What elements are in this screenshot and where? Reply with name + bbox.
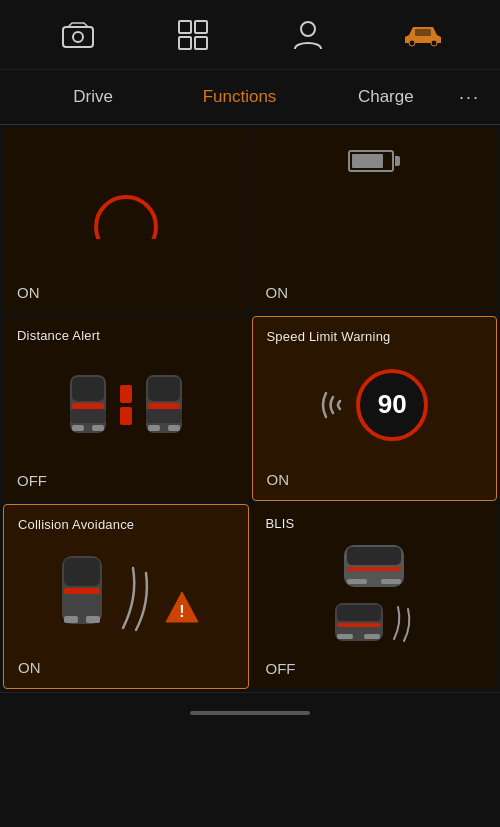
card-speed-limit-title: Speed Limit Warning [267,329,483,344]
bottom-bar [0,692,500,732]
card-battery-status: ON [266,284,484,301]
tab-bar: Drive Functions Charge ··· [0,70,500,125]
nav-car-icon[interactable] [401,13,445,57]
svg-rect-31 [347,547,401,565]
svg-rect-21 [168,425,180,431]
svg-rect-16 [70,409,106,423]
card-blis-status: OFF [266,660,484,677]
svg-rect-33 [347,579,367,584]
card-blis[interactable]: BLIS [252,504,498,689]
top-nav [0,0,500,70]
card-collision-status: ON [18,659,234,676]
svg-rect-13 [72,403,104,409]
blis-car-bottom [331,601,386,645]
svg-point-8 [409,40,415,46]
blis-car-top [339,541,409,593]
sound-waves-icon [320,385,350,425]
warning-triangle-icon: ! [164,590,200,624]
svg-rect-22 [146,409,182,423]
svg-rect-6 [195,37,207,49]
svg-text:!: ! [179,603,184,620]
svg-rect-34 [381,579,401,584]
tab-drive[interactable]: Drive [20,73,166,121]
svg-rect-3 [179,21,191,33]
svg-point-7 [301,22,315,36]
collision-car-icon [52,548,112,638]
distance-car-back [138,365,190,445]
svg-rect-37 [337,623,381,627]
card-battery[interactable]: ON [252,128,498,313]
svg-rect-24 [64,558,100,586]
card-speed-limit[interactable]: Speed Limit Warning 90 ON [252,316,498,501]
svg-rect-20 [148,425,160,431]
svg-rect-18 [148,377,180,401]
svg-point-2 [73,32,83,42]
card-blis-visual [266,531,484,654]
distance-car-front [62,365,114,445]
collision-arc-icon [118,558,158,638]
card-distance-title: Distance Alert [17,328,235,343]
card-distance-alert[interactable]: Distance Alert [3,316,249,501]
svg-point-9 [431,40,437,46]
svg-rect-38 [337,634,353,639]
svg-rect-27 [86,616,100,623]
speed-limit-circle: 90 [356,369,428,441]
card-battery-visual [266,140,484,278]
svg-rect-15 [92,425,104,431]
card-distance-visual [17,343,235,466]
card-speed-arc-visual [17,140,235,278]
card-speed-arc-status: ON [17,284,235,301]
svg-rect-0 [63,27,93,47]
tab-more-button[interactable]: ··· [459,73,480,122]
svg-rect-10 [415,29,431,36]
card-speed-limit-visual: 90 [267,344,483,465]
card-collision-visual: ! [18,532,234,653]
svg-rect-36 [337,605,381,621]
functions-grid: ON ON Distance Alert [0,125,500,692]
card-blis-title: BLIS [266,516,484,531]
tab-functions[interactable]: Functions [166,73,312,121]
card-collision-title: Collision Avoidance [18,517,234,532]
svg-rect-26 [64,616,78,623]
card-distance-status: OFF [17,472,235,489]
card-speed-limit-status: ON [267,471,483,488]
nav-profile-icon[interactable] [286,13,330,57]
card-speed-arc[interactable]: ON [3,128,249,313]
home-indicator[interactable] [190,711,310,715]
nav-grid-icon[interactable] [171,13,215,57]
svg-rect-4 [195,21,207,33]
card-collision-avoidance[interactable]: Collision Avoidance [3,504,249,689]
nav-camera-icon[interactable] [56,13,100,57]
svg-rect-19 [148,403,180,409]
tab-charge[interactable]: Charge [313,73,459,121]
svg-rect-12 [72,377,104,401]
svg-rect-5 [179,37,191,49]
svg-rect-14 [72,425,84,431]
svg-rect-32 [347,567,401,571]
svg-rect-25 [64,588,100,594]
svg-rect-39 [364,634,380,639]
blis-radar-icon [390,601,418,645]
svg-marker-1 [68,23,88,27]
